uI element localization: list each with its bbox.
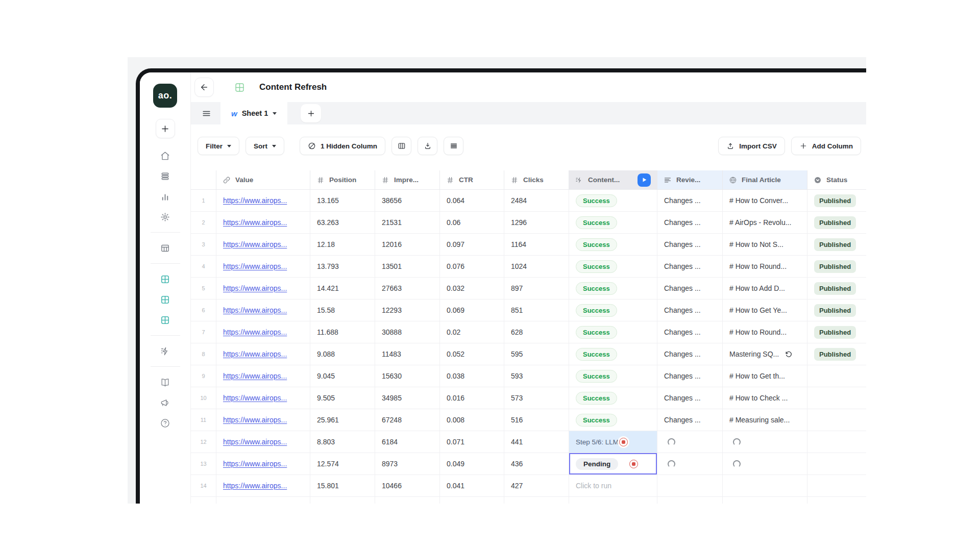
sidebar-item-megaphone[interactable]	[156, 393, 175, 412]
cell-content[interactable]: Success	[569, 321, 657, 343]
cell-review[interactable]: Changes ...	[657, 234, 723, 256]
cell-value[interactable]: https://www.airops...	[216, 321, 310, 343]
cell-position[interactable]: 13.165	[310, 190, 375, 212]
cell-review[interactable]: Changes ...	[657, 299, 723, 321]
cell-content[interactable]: Success	[569, 365, 657, 387]
cell-review[interactable]: Changes ...	[657, 343, 723, 365]
import-csv-button[interactable]: Import CSV	[718, 137, 785, 155]
cell-impressions[interactable]: 34985	[375, 387, 440, 409]
url-link[interactable]: https://www.airops...	[223, 482, 287, 490]
url-link[interactable]: https://www.airops...	[223, 218, 287, 227]
cell-final-article[interactable]: # How to Round...	[723, 256, 807, 278]
cell-impressions[interactable]: 8973	[375, 453, 440, 475]
url-link[interactable]: https://www.airops...	[223, 460, 287, 468]
cell-final-article[interactable]: # Measuring sale...	[723, 409, 807, 431]
cell-value[interactable]: https://www.airops...	[216, 190, 310, 212]
cell-ctr[interactable]: 0.064	[440, 190, 504, 212]
sidebar-item-sheet-grid[interactable]	[156, 310, 175, 330]
cell-status[interactable]: Published	[807, 256, 866, 278]
cell-final-article[interactable]	[723, 453, 807, 475]
cell-value[interactable]: https://www.airops...	[216, 278, 310, 299]
cell-ctr[interactable]: 0.008	[440, 409, 504, 431]
cell-clicks[interactable]: 1024	[504, 256, 569, 278]
sidebar-item-bar-chart[interactable]	[156, 187, 175, 206]
row-height-button[interactable]	[444, 137, 463, 155]
cell-review[interactable]: Changes ...	[657, 321, 723, 343]
cell-clicks[interactable]: 516	[504, 409, 569, 431]
cell-status[interactable]: Published	[807, 299, 866, 321]
cell-final-article[interactable]: # How to Check ...	[723, 387, 807, 409]
cell-ctr[interactable]: 0.076	[440, 256, 504, 278]
sidebar-item-workflow-zap[interactable]	[156, 341, 175, 361]
cell-content[interactable]: Success	[569, 234, 657, 256]
cell-clicks[interactable]: 897	[504, 278, 569, 299]
filter-button[interactable]: Filter	[198, 137, 239, 155]
url-link[interactable]: https://www.airops...	[223, 284, 287, 292]
cell-impressions[interactable]: 15630	[375, 365, 440, 387]
cell-position[interactable]: 12.574	[310, 453, 375, 475]
stop-run-icon[interactable]	[629, 460, 638, 468]
cell-final-article[interactable]: # How to Not S...	[723, 234, 807, 256]
cell-clicks[interactable]: 2484	[504, 190, 569, 212]
cell-content[interactable]: Success	[569, 343, 657, 365]
cell-clicks[interactable]: 427	[504, 475, 569, 497]
cell-review[interactable]: Changes ...	[657, 212, 723, 234]
sidebar-item-help[interactable]	[156, 413, 175, 433]
cell-impressions[interactable]: 27663	[375, 278, 440, 299]
cell-ctr[interactable]: 0.049	[440, 453, 504, 475]
cell-content-running[interactable]: Step 5/6: LLM	[569, 431, 657, 453]
cell-ctr[interactable]: 0.071	[440, 431, 504, 453]
cell-value[interactable]: https://www.airops...	[216, 212, 310, 234]
column-header-position[interactable]: Position	[310, 170, 375, 190]
cell-final-article[interactable]: # How to Get Ye...	[723, 299, 807, 321]
cell-value[interactable]: https://www.airops...	[216, 475, 310, 497]
cell-value[interactable]: https://www.airops...	[216, 343, 310, 365]
cell-position[interactable]: 9.505	[310, 387, 375, 409]
url-link[interactable]: https://www.airops...	[223, 438, 287, 446]
cell-ctr[interactable]: 0.02	[440, 321, 504, 343]
cell-impressions[interactable]: 11483	[375, 343, 440, 365]
column-header-review[interactable]: Revie...	[657, 170, 723, 190]
cell-content[interactable]: Success	[569, 256, 657, 278]
cell-review[interactable]: Changes ...	[657, 365, 723, 387]
cell-final-article[interactable]: # How to Add D...	[723, 278, 807, 299]
column-settings-button[interactable]	[391, 137, 411, 155]
cell-ctr[interactable]: 0.052	[440, 343, 504, 365]
cell-ctr[interactable]: 0.032	[440, 278, 504, 299]
cell-value[interactable]: https://www.airops...	[216, 409, 310, 431]
cell-position[interactable]: 9.045	[310, 365, 375, 387]
cell-status[interactable]: Published	[807, 190, 866, 212]
cell-clicks[interactable]: 441	[504, 431, 569, 453]
cell-clicks[interactable]: 593	[504, 365, 569, 387]
cell-position[interactable]: 8.803	[310, 431, 375, 453]
cell-review[interactable]	[657, 475, 723, 497]
cell-value[interactable]: https://www.airops...	[216, 365, 310, 387]
cell-content-selected[interactable]: Pending	[569, 453, 657, 475]
cell-ctr[interactable]: 0.038	[440, 365, 504, 387]
cell-position[interactable]: 15.58	[310, 299, 375, 321]
cell-clicks[interactable]: 1164	[504, 234, 569, 256]
sort-button[interactable]: Sort	[246, 137, 284, 155]
cell-clicks[interactable]: 628	[504, 321, 569, 343]
back-button[interactable]	[194, 78, 214, 97]
cell-impressions[interactable]: 6184	[375, 431, 440, 453]
cell-review[interactable]	[657, 453, 723, 475]
cell-clicks[interactable]: 573	[504, 387, 569, 409]
cell-clicks[interactable]: 851	[504, 299, 569, 321]
cell-impressions[interactable]: 13501	[375, 256, 440, 278]
cell-ctr[interactable]: 0.06	[440, 212, 504, 234]
cell-review[interactable]: Changes ...	[657, 387, 723, 409]
cell-value[interactable]: https://www.airops...	[216, 453, 310, 475]
click-to-run-placeholder[interactable]: Click to run	[576, 482, 611, 490]
cell-review[interactable]: Changes ...	[657, 190, 723, 212]
cell-review[interactable]: Changes ...	[657, 278, 723, 299]
sidebar-new-button[interactable]	[156, 119, 175, 138]
cell-impressions[interactable]: 67248	[375, 409, 440, 431]
cell-clicks[interactable]: 436	[504, 453, 569, 475]
cell-final-article[interactable]: # How to Round...	[723, 321, 807, 343]
cell-final-article[interactable]	[723, 431, 807, 453]
cell-impressions[interactable]: 21531	[375, 212, 440, 234]
column-header-ctr[interactable]: CTR	[440, 170, 504, 190]
cell-value[interactable]: https://www.airops...	[216, 299, 310, 321]
cell-position[interactable]: 13.793	[310, 256, 375, 278]
